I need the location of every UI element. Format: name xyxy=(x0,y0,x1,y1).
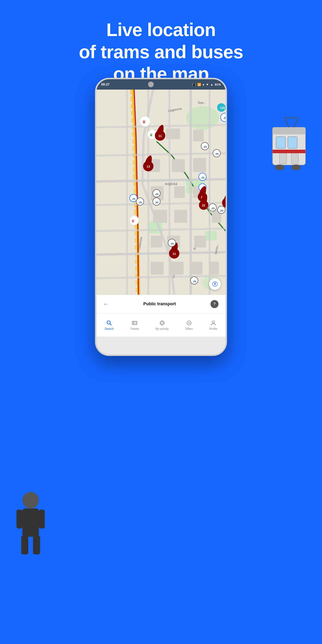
status-icons: 📳 📶 ● ▼ ▲ 81% xyxy=(192,83,221,86)
svg-rect-3 xyxy=(288,137,297,148)
svg-text:🚌: 🚌 xyxy=(171,242,174,245)
activity-icon xyxy=(159,320,166,326)
svg-line-9 xyxy=(284,118,289,127)
svg-text:🚌: 🚌 xyxy=(220,208,224,212)
svg-rect-125 xyxy=(16,510,22,528)
svg-rect-126 xyxy=(39,510,45,528)
svg-rect-1 xyxy=(272,127,306,134)
svg-text:13: 13 xyxy=(146,165,150,168)
svg-text:🚌: 🚌 xyxy=(204,145,207,148)
svg-point-115 xyxy=(161,322,163,324)
nav-activity-label: My activity xyxy=(156,327,169,330)
svg-text:♛: ♛ xyxy=(131,219,134,223)
svg-rect-128 xyxy=(33,536,40,554)
hero-line2: of trams and buses xyxy=(79,42,243,62)
location-icon: ● xyxy=(202,83,204,86)
bottom-nav: Search Tickets xyxy=(96,313,226,336)
svg-rect-47 xyxy=(174,210,187,223)
bluetooth-icon: 📶 xyxy=(197,83,201,86)
svg-text:🚌: 🚌 xyxy=(224,116,226,119)
svg-text:🚌: 🚌 xyxy=(216,152,219,155)
svg-point-123 xyxy=(22,492,39,508)
status-time: 09:27 xyxy=(101,82,110,86)
svg-rect-42 xyxy=(193,158,206,172)
svg-text:🚌: 🚌 xyxy=(212,206,215,210)
map-area[interactable]: Legerova Špar... Anglická Lublaňská Belg… xyxy=(96,90,226,295)
svg-text:🚌: 🚌 xyxy=(201,176,204,179)
svg-rect-55 xyxy=(210,262,219,274)
profile-icon xyxy=(210,320,217,326)
svg-text:135: 135 xyxy=(220,106,225,110)
svg-text:11: 11 xyxy=(158,134,162,138)
svg-text:🚌: 🚌 xyxy=(155,192,159,196)
svg-point-122 xyxy=(212,321,214,323)
nav-offers[interactable]: % Offers xyxy=(185,320,193,330)
tram-illustration xyxy=(270,113,312,179)
wifi-icon: ▼ xyxy=(206,83,209,86)
svg-rect-41 xyxy=(193,130,204,142)
phone-frame: 09:27 📳 📶 ● ▼ ▲ 81% xyxy=(95,78,227,356)
offers-icon: % xyxy=(186,320,192,326)
svg-rect-16 xyxy=(205,231,217,240)
svg-point-7 xyxy=(275,164,284,170)
svg-point-107 xyxy=(214,284,216,284)
svg-text:🚌: 🚌 xyxy=(132,197,136,200)
svg-text:♛: ♛ xyxy=(150,133,153,137)
svg-rect-127 xyxy=(21,536,28,554)
camera-icon xyxy=(148,82,154,87)
svg-text:♛: ♛ xyxy=(142,120,146,124)
vibrate-icon: 📳 xyxy=(192,83,196,86)
svg-line-109 xyxy=(110,324,112,325)
svg-rect-6 xyxy=(291,153,298,164)
nav-search-label: Search xyxy=(105,327,114,330)
svg-line-11 xyxy=(294,118,298,127)
help-button[interactable]: ? xyxy=(210,300,218,308)
search-icon xyxy=(106,320,112,326)
svg-text:🚌: 🚌 xyxy=(155,200,159,204)
svg-text:🚌: 🚌 xyxy=(193,279,196,283)
svg-rect-2 xyxy=(276,137,286,148)
tickets-icon xyxy=(131,320,138,326)
svg-rect-5 xyxy=(280,153,287,164)
svg-text:Anglická: Anglická xyxy=(165,182,177,186)
battery-level: 81% xyxy=(215,83,221,86)
svg-rect-4 xyxy=(272,150,306,153)
svg-rect-50 xyxy=(194,236,206,248)
toolbar-title: Public transport xyxy=(143,302,176,306)
nav-activity[interactable]: My activity xyxy=(156,320,169,330)
svg-rect-53 xyxy=(170,262,184,274)
nav-search[interactable]: Search xyxy=(105,320,114,330)
svg-rect-54 xyxy=(191,262,202,274)
hero-line1: Live location xyxy=(106,19,216,40)
svg-point-108 xyxy=(107,321,110,324)
svg-point-8 xyxy=(291,164,301,170)
svg-rect-46 xyxy=(153,210,167,223)
compass-button[interactable] xyxy=(209,278,221,290)
svg-rect-52 xyxy=(151,262,164,274)
svg-text:%: % xyxy=(188,322,190,325)
help-icon: ? xyxy=(213,302,216,306)
svg-rect-39 xyxy=(172,159,185,172)
phone-mockup: 09:27 📳 📶 ● ▼ ▲ 81% xyxy=(95,78,227,356)
svg-rect-48 xyxy=(151,236,162,248)
svg-rect-110 xyxy=(132,321,137,324)
svg-rect-38 xyxy=(166,128,180,139)
status-bar: 09:27 📳 📶 ● ▼ ▲ 81% xyxy=(96,79,226,90)
nav-tickets-label: Tickets xyxy=(130,327,139,330)
character-illustration xyxy=(7,488,50,554)
svg-text:22: 22 xyxy=(202,204,205,207)
bottom-toolbar: ← Public transport ? xyxy=(96,295,226,313)
signal-icon: ▲ xyxy=(210,83,213,86)
nav-profile-label: Profile xyxy=(209,327,217,330)
svg-rect-43 xyxy=(174,186,185,198)
svg-text:Špar...: Špar... xyxy=(198,101,206,104)
svg-rect-124 xyxy=(22,508,39,537)
nav-tickets[interactable]: Tickets xyxy=(130,320,139,330)
nav-profile[interactable]: Profile xyxy=(209,320,217,330)
svg-text:🚌: 🚌 xyxy=(139,200,142,204)
svg-text:11: 11 xyxy=(172,252,176,256)
back-button[interactable]: ← xyxy=(104,301,109,307)
nav-offers-label: Offers xyxy=(185,327,193,330)
